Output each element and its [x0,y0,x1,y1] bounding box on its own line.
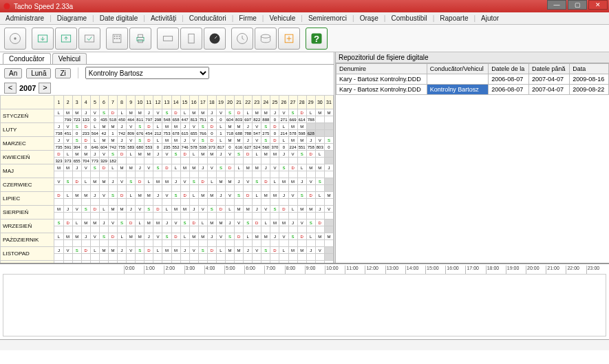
calendar-cell[interactable]: J [288,220,297,226]
calendar-cell[interactable]: S [145,206,153,213]
calendar-cell[interactable]: J [162,220,171,226]
calendar-cell[interactable]: J [127,206,136,213]
calendar-cell[interactable]: S [189,178,198,185]
calendar-cell[interactable]: J [306,247,315,254]
calendar-cell[interactable]: M [297,137,306,144]
calendar-cell[interactable]: V [216,109,225,116]
calendar-cell[interactable]: L [90,137,99,144]
calendar-cell[interactable]: M [108,137,117,144]
calendar-cell[interactable]: S [306,220,315,226]
calendar-cell[interactable]: V [253,247,261,254]
calendar-cell[interactable]: L [198,261,207,264]
calendar-cell[interactable]: L [136,220,145,226]
calendar-cell[interactable]: S [72,137,81,144]
calendar-cell[interactable]: M [118,164,127,171]
window-close-button[interactable]: ✕ [588,0,608,10]
calendar-cell[interactable]: J [153,151,162,158]
menu-item-oraşe[interactable]: Oraşe [354,14,384,22]
calendar-cell[interactable]: M [235,206,244,213]
calendar-cell[interactable]: L [279,247,288,254]
calendar-cell[interactable]: J [180,247,189,254]
calendar-cell[interactable]: J [162,261,171,264]
calendar-cell[interactable]: D [99,164,108,171]
calendar-cell[interactable]: M [81,192,90,199]
calendar-cell[interactable]: L [315,151,324,158]
calendar-cell[interactable]: M [270,151,279,158]
calendar-cell[interactable]: S [108,192,117,199]
repo-column-header[interactable]: Data [570,64,609,74]
calendar-cell[interactable]: S [118,220,127,226]
calendar-cell[interactable]: V [244,178,253,185]
calendar-cell[interactable]: M [324,233,333,240]
calendar-cell[interactable]: S [99,233,108,240]
calendar-cell[interactable]: L [72,220,81,226]
calendar-cell[interactable] [324,247,333,254]
calendar-cell[interactable]: S [171,192,180,199]
calendar-cell[interactable]: S [180,261,189,264]
calendar-cell[interactable]: S [244,261,253,264]
calendar-cell[interactable]: D [235,233,244,240]
calendar-cell[interactable]: S [235,151,244,158]
calendar-cell[interactable]: J [118,123,127,130]
calendar-cell[interactable]: V [180,178,189,185]
calendar-cell[interactable]: M [288,123,297,130]
menu-item-combustibil[interactable]: Combustibil [385,14,432,22]
calendar-cell[interactable]: D [207,247,216,254]
calendar-cell[interactable]: M [63,164,72,171]
calendar-cell[interactable]: M [270,220,279,226]
calendar-cell[interactable]: V [108,261,117,264]
calendar-cell[interactable]: D [297,109,306,116]
calendar-cell[interactable]: M [72,192,81,199]
calendar-cell[interactable]: V [315,247,324,254]
calendar-cell[interactable]: J [207,233,216,240]
calendar-cell[interactable]: M [99,178,108,185]
calendar-cell[interactable]: M [306,164,315,171]
calendar-cell[interactable]: M [253,109,261,116]
calendar-cell[interactable]: M [118,206,127,213]
calendar-cell[interactable]: S [261,123,270,130]
calendar-cell[interactable]: S [270,206,279,213]
calendar-cell[interactable]: V [108,220,117,226]
calendar-cell[interactable]: S [54,220,63,226]
calendar-cell[interactable]: M [145,192,153,199]
calendar-cell[interactable]: D [81,247,90,254]
calendar-cell[interactable]: V [162,151,171,158]
calendar-cell[interactable]: J [99,261,108,264]
calendar-cell[interactable]: J [244,247,253,254]
calendar-cell[interactable]: M [162,247,171,254]
calendar-cell[interactable]: M [235,247,244,254]
calendar-cell[interactable]: M [216,261,225,264]
menu-item-activităţi[interactable]: Activităţi [145,14,182,22]
calendar-cell[interactable]: L [306,233,315,240]
calendar-cell[interactable]: V [306,178,315,185]
calendar-cell[interactable]: S [207,206,216,213]
calendar-cell[interactable]: L [235,164,244,171]
calendar-cell[interactable]: M [198,109,207,116]
menu-item-semiremorci[interactable]: Semiremorci [303,14,352,22]
calendar-cell[interactable]: M [198,151,207,158]
calendar-cell[interactable]: M [189,109,198,116]
calendar-cell[interactable]: J [54,137,63,144]
calendar-cell[interactable]: D [145,123,153,130]
calendar-cell[interactable]: L [180,233,189,240]
calendar-cell[interactable]: D [235,109,244,116]
calendar-cell[interactable]: M [136,233,145,240]
calendar-cell[interactable]: M [288,247,297,254]
calendar-cell[interactable]: D [127,220,136,226]
calendar-cell[interactable]: D [162,164,171,171]
calendar-cell[interactable]: L [136,261,145,264]
window-minimize-button[interactable]: — [547,0,566,10]
calendar-cell[interactable]: L [297,164,306,171]
calendar-cell[interactable]: M [127,164,136,171]
calendar-cell[interactable]: M [207,261,216,264]
calendar-cell[interactable]: S [54,261,63,264]
calendar-cell[interactable]: M [207,151,216,158]
calendar-cell[interactable]: S [180,220,189,226]
calendar-cell[interactable]: D [270,137,279,144]
calendar-cell[interactable]: J [198,164,207,171]
calendar-cell[interactable]: M [270,192,279,199]
calendar-cell[interactable]: S [261,137,270,144]
receipt-button[interactable] [180,28,202,50]
calendar-cell[interactable]: J [253,206,261,213]
calendar-cell[interactable]: S [136,137,145,144]
